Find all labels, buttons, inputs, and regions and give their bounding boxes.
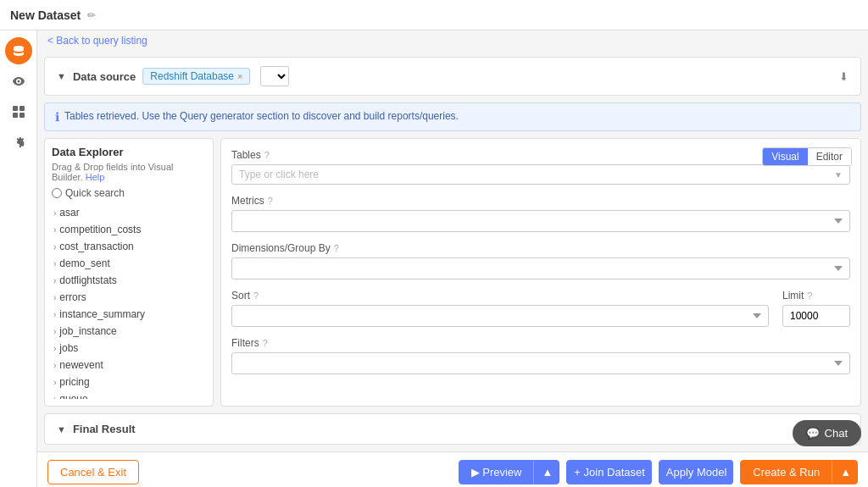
tree-item-chevron: › xyxy=(53,361,56,370)
data-source-title: Data source xyxy=(73,70,136,83)
tree-item[interactable]: ›job_instance xyxy=(52,323,206,340)
quick-search-label: Quick search xyxy=(65,187,125,199)
tree-item-label: pricing xyxy=(59,376,89,388)
tree-item[interactable]: ›competition_costs xyxy=(52,221,206,238)
ds-tag-close[interactable]: × xyxy=(237,71,242,81)
filters-label: Filters ? xyxy=(231,337,850,349)
join-dataset-button[interactable]: + Join Dataset xyxy=(566,460,651,484)
metrics-field-row: Metrics ? xyxy=(231,195,850,232)
help-link[interactable]: Help xyxy=(86,172,105,182)
editor-btn[interactable]: Editor xyxy=(808,148,851,165)
sort-help-icon: ? xyxy=(253,291,259,301)
tree-item[interactable]: ›queue xyxy=(52,390,206,399)
preview-btn-group: ▶ Preview ▲ xyxy=(459,460,560,484)
data-explorer: Data Explorer Drag & Drop fields into Vi… xyxy=(44,138,214,407)
tree-item-chevron: › xyxy=(53,242,56,252)
tree-item-chevron: › xyxy=(53,327,56,336)
create-run-button[interactable]: Create & Run xyxy=(740,460,832,484)
ds-tag-label: Redshift Database xyxy=(150,70,234,82)
quick-search-row: Quick search xyxy=(52,187,206,199)
edit-icon[interactable]: ✏ xyxy=(87,9,96,21)
tree-item-chevron: › xyxy=(53,259,56,268)
info-banner-text: Tables retrieved. Use the Query generato… xyxy=(64,110,459,122)
info-icon: ℹ xyxy=(55,110,59,124)
filters-select[interactable] xyxy=(231,352,850,374)
tree-item[interactable]: ›cost_transaction xyxy=(52,238,206,255)
tree-item[interactable]: ›errors xyxy=(52,289,206,306)
ds-dropdown[interactable] xyxy=(260,66,289,86)
tree-item[interactable]: ›instance_summary xyxy=(52,306,206,323)
chat-button[interactable]: 💬 Chat xyxy=(793,420,861,446)
final-result-toggle[interactable]: ▼ xyxy=(57,424,66,434)
filters-help-icon: ? xyxy=(263,338,268,348)
sidebar-icon-database[interactable] xyxy=(5,37,32,64)
svg-rect-4 xyxy=(19,113,25,118)
query-builder: Visual Editor Tables ? Type or click her… xyxy=(220,138,861,407)
create-run-dropdown-button[interactable]: ▲ xyxy=(832,460,858,484)
ds-select[interactable] xyxy=(260,66,289,86)
final-result-title: Final Result xyxy=(73,423,136,435)
svg-point-0 xyxy=(14,46,24,49)
back-link[interactable]: Back to query listing xyxy=(47,35,147,47)
data-explorer-title: Data Explorer xyxy=(52,146,206,158)
sidebar-icon-gear[interactable] xyxy=(5,129,32,156)
quick-search-radio[interactable] xyxy=(52,188,62,198)
metrics-select[interactable] xyxy=(231,210,850,232)
sidebar-icon-eye[interactable] xyxy=(5,68,32,95)
tree-item[interactable]: ›newevent xyxy=(52,357,206,374)
sort-limit-row: Sort ? Limit ? xyxy=(231,290,850,327)
create-run-btn-group: Create & Run ▲ xyxy=(740,460,858,484)
content-area: Back to query listing ▼ Data source Reds… xyxy=(37,30,868,487)
tables-chevron-icon: ▼ xyxy=(834,170,843,180)
section-expand-right[interactable]: ⬇ xyxy=(839,70,849,83)
tree-item-label: cost_transaction xyxy=(59,241,133,252)
tree-item-chevron: › xyxy=(53,395,56,400)
filters-field-row: Filters ? xyxy=(231,337,850,374)
chat-label: Chat xyxy=(825,427,848,440)
explorer-query-row: Data Explorer Drag & Drop fields into Vi… xyxy=(44,138,861,407)
visual-btn[interactable]: Visual xyxy=(763,148,807,165)
chat-icon: 💬 xyxy=(806,427,820,440)
tree-item[interactable]: ›dotflightstats xyxy=(52,272,206,289)
dimensions-select[interactable] xyxy=(231,257,850,279)
main-layout: Back to query listing ▼ Data source Reds… xyxy=(0,30,868,487)
metrics-label: Metrics ? xyxy=(231,195,850,207)
tree-item[interactable]: ›asar xyxy=(52,204,206,221)
tree-item[interactable]: ›jobs xyxy=(52,340,206,357)
bottom-bar: Cancel & Exit ▶ Preview ▲ + Join Dataset… xyxy=(37,451,868,487)
tree-item-label: errors xyxy=(59,291,86,303)
preview-button[interactable]: ▶ Preview xyxy=(459,460,535,484)
tree-item-chevron: › xyxy=(53,310,56,319)
apply-model-button[interactable]: Apply Model xyxy=(659,460,734,484)
svg-rect-1 xyxy=(13,106,18,111)
tables-placeholder: Type or click here xyxy=(239,169,834,180)
tree-item[interactable]: ›pricing xyxy=(52,374,206,390)
tree-item[interactable]: ›demo_sent xyxy=(52,255,206,272)
join-dataset-btn-group: + Join Dataset xyxy=(566,460,651,484)
tables-input[interactable]: Type or click here ▼ xyxy=(231,164,850,185)
tree-item-label: job_instance xyxy=(59,325,116,337)
preview-dropdown-button[interactable]: ▲ xyxy=(534,460,559,484)
tables-help-icon: ? xyxy=(264,150,270,160)
tree-item-chevron: › xyxy=(53,293,56,302)
tree-item-label: dotflightstats xyxy=(59,274,116,286)
bottom-right: ▶ Preview ▲ + Join Dataset Apply Model C… xyxy=(459,460,858,484)
dimensions-label: Dimensions/Group By ? xyxy=(231,242,850,254)
tree-item-label: demo_sent xyxy=(59,257,109,269)
dimensions-field-row: Dimensions/Group By ? xyxy=(231,242,850,279)
tree-item-label: jobs xyxy=(59,342,78,354)
data-source-toggle[interactable]: ▼ xyxy=(57,71,66,81)
sort-select[interactable] xyxy=(231,305,769,327)
tree-list: ›asar›competition_costs›cost_transaction… xyxy=(52,204,206,399)
sidebar-icon-grid[interactable] xyxy=(5,98,32,125)
ds-tag: Redshift Database × xyxy=(142,68,250,85)
cancel-exit-button[interactable]: Cancel & Exit xyxy=(47,460,139,484)
tree-item-label: competition_costs xyxy=(59,224,141,235)
bottom-left: Cancel & Exit xyxy=(47,460,139,484)
limit-input[interactable] xyxy=(782,305,850,327)
final-result-section: ▼ Final Result xyxy=(44,413,861,445)
limit-help-icon: ? xyxy=(807,291,812,301)
ds-row: Redshift Database × xyxy=(142,66,832,86)
tree-item-chevron: › xyxy=(53,276,56,285)
tree-item-chevron: › xyxy=(53,344,56,353)
